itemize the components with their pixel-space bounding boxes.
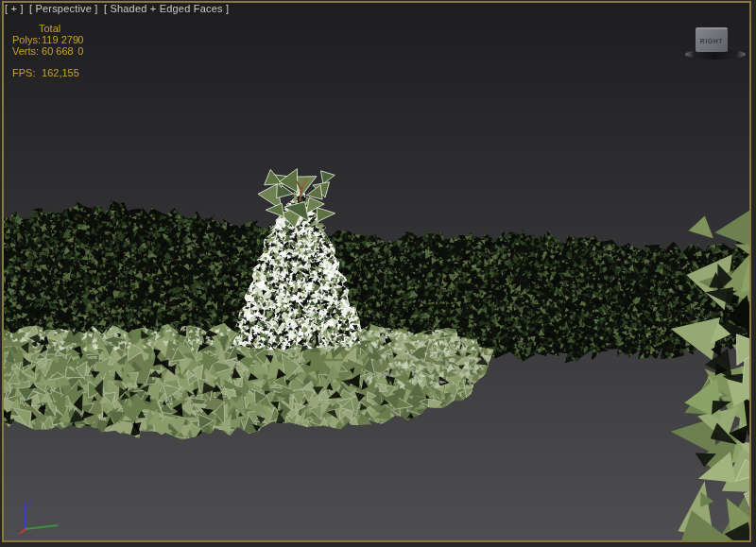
stats-polys-delta: 0 bbox=[77, 34, 83, 45]
z-axis-label: z bbox=[28, 498, 33, 507]
x-axis-line bbox=[20, 529, 26, 534]
viewcube-right-face[interactable]: RIGHT bbox=[696, 27, 728, 52]
stats-polys-label: Polys: bbox=[12, 34, 39, 45]
viewcube[interactable]: RIGHT bbox=[684, 25, 747, 62]
viewport-shading-menu-button[interactable]: [ Shaded + Edged Faces ] bbox=[104, 3, 229, 14]
stats-verts-total: 60 668 bbox=[42, 45, 75, 57]
viewport-statistics: Total Polys: 119 279 0 Verts: 60 668 0 F… bbox=[12, 23, 83, 78]
viewport-label: [ + ] [ Perspective ] [ Shaded + Edged F… bbox=[5, 2, 232, 15]
world-axis-gizmo: z bbox=[11, 493, 68, 540]
stats-polys-total: 119 279 bbox=[42, 34, 75, 45]
stats-verts-row: Verts: 60 668 0 bbox=[12, 45, 83, 57]
stats-total-header: Total bbox=[39, 23, 83, 34]
stats-fps-label: FPS: bbox=[12, 67, 39, 78]
right-foreground-plant-object[interactable] bbox=[682, 217, 756, 542]
max-viewport-screen: [ + ] [ Perspective ] [ Shaded + Edged F… bbox=[0, 0, 756, 547]
stats-verts-label: Verts: bbox=[12, 45, 39, 57]
viewport-general-menu-button[interactable]: [ + ] bbox=[5, 3, 24, 14]
selected-topiary-cone-object[interactable] bbox=[232, 172, 366, 349]
viewport-pov-menu-button[interactable]: [ Perspective ] bbox=[29, 3, 98, 14]
stats-fps-row: FPS: 162,155 bbox=[12, 67, 83, 78]
y-axis-line bbox=[26, 525, 58, 529]
stats-fps-value: 162,155 bbox=[42, 67, 75, 78]
stats-verts-delta: 0 bbox=[77, 45, 83, 57]
stats-polys-row: Polys: 119 279 0 bbox=[12, 34, 83, 45]
